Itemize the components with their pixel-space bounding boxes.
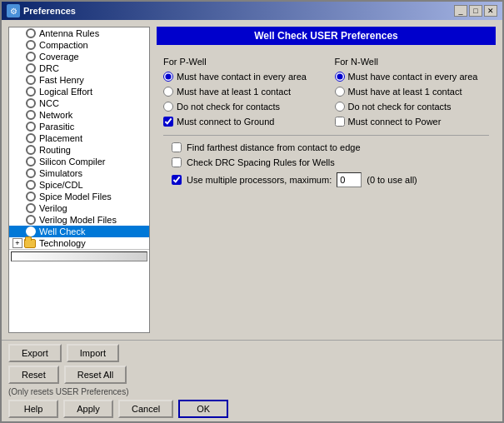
pwell-ground-checkbox-row[interactable]: Must connect to Ground [163, 117, 318, 127]
export-import-row: Export Import [8, 344, 496, 362]
export-button[interactable]: Export [8, 344, 62, 362]
bullet-icon [26, 180, 36, 190]
well-options-columns: For P-Well Must have contact in every ar… [163, 57, 489, 127]
reset-row: Reset Reset All [8, 366, 496, 384]
nwell-column: For N-Well Must have contact in every ar… [335, 57, 490, 127]
bullet-icon [26, 63, 36, 73]
sidebar-item-coverage[interactable]: Coverage [9, 51, 149, 62]
bullet-icon [26, 28, 36, 38]
minimize-button[interactable]: _ [454, 5, 467, 17]
bullet-icon [26, 226, 36, 236]
window-icon: ⚙ [7, 4, 20, 17]
reset-all-button[interactable]: Reset All [64, 366, 127, 384]
preferences-window: ⚙ Preferences _ □ ✕ Antenna Rules Compac… [0, 0, 504, 423]
divider-1 [163, 135, 489, 136]
bullet-icon [26, 87, 36, 97]
sidebar-item-technology[interactable]: + Technology [9, 237, 149, 249]
sidebar-item-drc[interactable]: DRC [9, 62, 149, 74]
sidebar-item-spice-model-files[interactable]: Spice Model Files [9, 191, 149, 202]
sidebar-item-antenna-rules[interactable]: Antenna Rules [9, 27, 149, 39]
cancel-button[interactable]: Cancel [118, 400, 173, 418]
farthest-distance-checkbox[interactable] [172, 142, 182, 152]
pwell-radio-3[interactable] [163, 102, 173, 112]
window-content: Antenna Rules Compaction Coverage DRC Fa… [2, 20, 502, 340]
nwell-radio-3[interactable] [335, 102, 345, 112]
bullet-icon [26, 122, 36, 132]
bullet-icon [26, 40, 36, 50]
folder-icon [24, 239, 36, 248]
sidebar-item-simulators[interactable]: Simulators [9, 167, 149, 179]
pwell-option-1[interactable]: Must have contact in every area [163, 72, 318, 82]
prefs-content: For P-Well Must have contact in every ar… [157, 50, 496, 333]
pwell-option-2[interactable]: Must have at least 1 contact [163, 87, 318, 97]
sidebar-item-spice-cdl[interactable]: Spice/CDL [9, 179, 149, 191]
sidebar-item-well-check[interactable]: Well Check [9, 226, 149, 237]
bullet-icon [26, 168, 36, 178]
processor-row[interactable]: Use multiple processors, maximum: (0 to … [163, 172, 489, 187]
pwell-radio-group: Must have contact in every area Must hav… [163, 72, 318, 112]
sidebar-item-verilog-model-files[interactable]: Verilog Model Files [9, 214, 149, 226]
drc-spacing-checkbox[interactable] [172, 157, 182, 167]
nwell-option-3-label: Do not check for contacts [348, 102, 452, 112]
sidebar-item-silicon-compiler[interactable]: Silicon Compiler [9, 156, 149, 167]
apply-button[interactable]: Apply [63, 400, 113, 418]
pwell-column: For P-Well Must have contact in every ar… [163, 57, 318, 127]
bullet-icon [26, 145, 36, 155]
bullet-icon [26, 75, 36, 85]
sidebar-item-fast-henry[interactable]: Fast Henry [9, 74, 149, 86]
sidebar-item-compaction[interactable]: Compaction [9, 39, 149, 51]
pwell-radio-2[interactable] [163, 87, 173, 97]
processor-value-input[interactable] [337, 172, 362, 187]
pwell-option-3[interactable]: Do not check for contacts [163, 102, 318, 112]
expand-icon[interactable]: + [12, 238, 22, 248]
farthest-distance-label: Find farthest distance from contact to e… [187, 142, 361, 152]
maximize-button[interactable]: □ [469, 5, 482, 17]
bottom-bar: Export Import Reset Reset All (Only rese… [2, 340, 502, 421]
sidebar-tree: Antenna Rules Compaction Coverage DRC Fa… [8, 27, 150, 333]
bullet-icon [26, 157, 36, 167]
bullet-icon [26, 192, 36, 202]
drc-spacing-row[interactable]: Check DRC Spacing Rules for Wells [163, 157, 489, 167]
nwell-radio-2[interactable] [335, 87, 345, 97]
pwell-header: For P-Well [163, 57, 318, 67]
bullet-icon [26, 215, 36, 225]
pwell-ground-checkbox[interactable] [163, 117, 173, 127]
title-bar: ⚙ Preferences _ □ ✕ [2, 2, 502, 20]
nwell-power-checkbox-row[interactable]: Must connect to Power [335, 117, 490, 127]
processor-note: (0 to use all) [367, 175, 417, 185]
drc-spacing-label: Check DRC Spacing Rules for Wells [187, 157, 335, 167]
pwell-option-3-label: Do not check for contacts [177, 102, 280, 112]
nwell-power-checkbox[interactable] [335, 117, 345, 127]
nwell-option-3[interactable]: Do not check for contacts [335, 102, 490, 112]
sidebar-item-logical-effort[interactable]: Logical Effort [9, 86, 149, 97]
nwell-header: For N-Well [335, 57, 490, 67]
farthest-distance-row[interactable]: Find farthest distance from contact to e… [163, 142, 489, 152]
sidebar-item-placement[interactable]: Placement [9, 132, 149, 144]
window-title: Preferences [23, 6, 76, 16]
nwell-option-1[interactable]: Must have contact in every area [335, 72, 490, 82]
panel-header: Well Check USER Preferences [157, 27, 496, 45]
nwell-option-1-label: Must have contact in every area [348, 72, 478, 82]
bullet-icon [26, 52, 36, 62]
sidebar-item-ncc[interactable]: NCC [9, 97, 149, 109]
sidebar-item-parasitic[interactable]: Parasitic [9, 121, 149, 132]
help-button[interactable]: Help [8, 400, 58, 418]
import-button[interactable]: Import [67, 344, 119, 362]
sidebar-item-verilog[interactable]: Verilog [9, 202, 149, 214]
sidebar-items-list: Antenna Rules Compaction Coverage DRC Fa… [9, 27, 149, 249]
close-button[interactable]: ✕ [484, 5, 497, 17]
processor-checkbox[interactable] [172, 175, 182, 185]
pwell-radio-1[interactable] [163, 72, 173, 82]
sidebar-item-routing[interactable]: Routing [9, 144, 149, 156]
ok-button[interactable]: OK [178, 400, 228, 418]
nwell-radio-1[interactable] [335, 72, 345, 82]
pwell-option-1-label: Must have contact in every area [177, 72, 307, 82]
reset-button[interactable]: Reset [8, 366, 59, 384]
bullet-icon [26, 133, 36, 143]
bullet-icon [26, 98, 36, 108]
reset-note: (Only resets USER Preferences) [8, 387, 496, 396]
nwell-option-2[interactable]: Must have at least 1 contact [335, 87, 490, 97]
bullet-icon [26, 203, 36, 213]
sidebar-item-network[interactable]: Network [9, 109, 149, 121]
pwell-option-2-label: Must have at least 1 contact [177, 87, 291, 97]
